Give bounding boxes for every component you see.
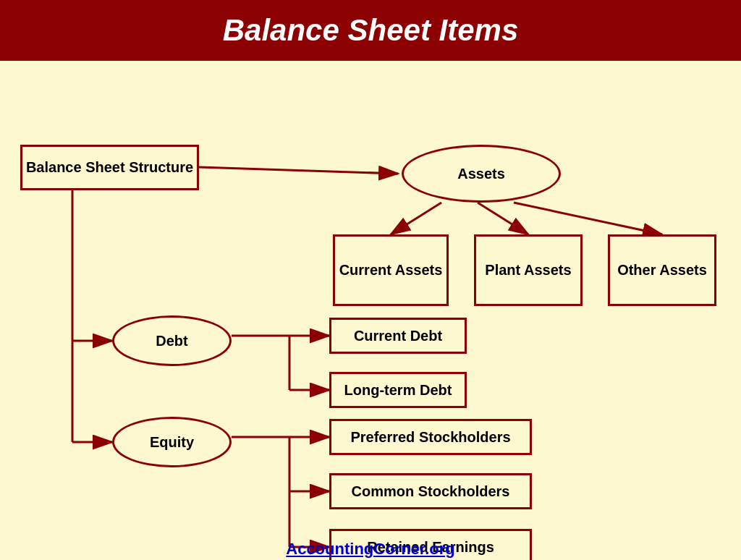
footer-link[interactable]: AccountingCorner.org <box>0 540 741 559</box>
svg-line-2 <box>391 203 441 234</box>
debt-node: Debt <box>112 315 232 366</box>
longterm-debt-node: Long-term Debt <box>329 372 467 408</box>
plant-assets-node: Plant Assets <box>474 234 583 306</box>
equity-node: Equity <box>112 417 232 467</box>
balance-sheet-structure-node: Balance Sheet Structure <box>20 145 199 190</box>
diagram-area: Balance Sheet Structure Assets Current A… <box>0 61 741 560</box>
page-header: Balance Sheet Items <box>0 0 741 61</box>
current-assets-node: Current Assets <box>333 234 449 306</box>
svg-line-3 <box>478 203 528 234</box>
assets-node: Assets <box>402 145 561 203</box>
page-title: Balance Sheet Items <box>223 13 519 47</box>
current-debt-node: Current Debt <box>329 318 467 354</box>
svg-line-4 <box>514 203 662 234</box>
common-stockholders-node: Common Stockholders <box>329 473 532 509</box>
other-assets-node: Other Assets <box>608 234 716 306</box>
svg-line-1 <box>199 167 398 174</box>
preferred-stockholders-node: Preferred Stockholders <box>329 419 532 455</box>
